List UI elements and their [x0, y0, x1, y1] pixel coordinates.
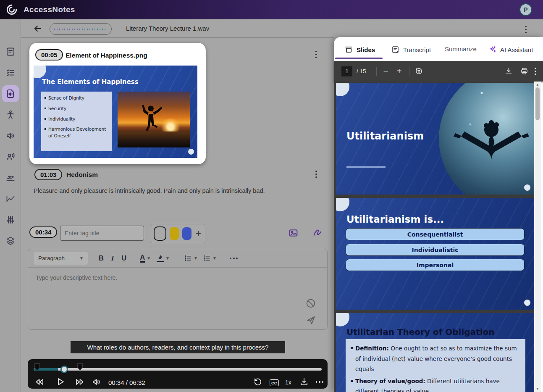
note-timestamp[interactable]: 00:05	[35, 49, 63, 61]
slide3-bullet: Definition: One ought to act so as to ma…	[351, 343, 519, 374]
sidebar-item-audio-file[interactable]	[5, 89, 16, 99]
play-button[interactable]	[55, 376, 66, 387]
seek-bar[interactable]	[34, 368, 322, 371]
insert-image-icon[interactable]	[288, 228, 299, 238]
pdf-viewer[interactable]: Utilitarianism Utilitarianism is... Cons…	[334, 82, 534, 392]
transcript-icon	[391, 45, 400, 54]
page-total: / 15	[357, 68, 366, 74]
pdf-toolbar: / 15 − +	[334, 61, 543, 82]
font-color-button[interactable]: A	[140, 254, 145, 262]
captions-button[interactable]: CC	[270, 378, 279, 386]
print-button[interactable]	[520, 67, 529, 76]
tag-title-input[interactable]	[60, 226, 144, 241]
slide-page-2[interactable]: Utilitarianism is... Consequentialist In…	[336, 198, 534, 310]
chevron-down-icon[interactable]: ▼	[212, 256, 217, 260]
numbered-list-button[interactable]	[203, 254, 211, 262]
download-button[interactable]	[299, 377, 309, 387]
app-logo-icon	[6, 4, 18, 16]
tab-summarize[interactable]: Summarize	[445, 45, 477, 53]
chevron-down-icon[interactable]: ▼	[165, 256, 170, 260]
scroll-down-arrow[interactable]: ▼	[534, 387, 541, 391]
replay-loop-button[interactable]	[253, 377, 263, 387]
fast-forward-button[interactable]	[75, 377, 85, 387]
player-more-button[interactable]	[315, 381, 324, 383]
caption-overlay: What roles do authors, readers, and cont…	[71, 341, 285, 353]
slide-title: The Elements of Happiness	[42, 78, 139, 86]
note-slide-image[interactable]: The Elements of Happiness Sense of Digni…	[34, 66, 197, 158]
italic-button[interactable]: I	[111, 254, 114, 263]
slide-deco-circle	[336, 313, 349, 326]
color-swatch-black-selected[interactable]	[154, 226, 166, 241]
note-title: Element of Happiness.png	[66, 52, 147, 59]
audio-player: 00:34 / 06:32 CC 1x	[28, 359, 328, 389]
note-timestamp[interactable]: 01:03	[34, 169, 62, 180]
sunset-photo	[118, 92, 190, 147]
sidebar-item-checklist[interactable]	[5, 68, 16, 78]
sidebar-item-voice[interactable]	[5, 152, 16, 162]
sidebar-item-equalizer[interactable]	[5, 215, 16, 225]
tab-slides[interactable]: Slides	[344, 45, 375, 54]
slide-bullet: Harmonious Development of Oneself	[45, 126, 108, 139]
slide3-text-box: Definition: One ought to act so as to ma…	[346, 339, 525, 392]
bold-button[interactable]: B	[99, 254, 104, 262]
send-icon[interactable]	[305, 315, 316, 326]
volume-button[interactable]	[92, 377, 102, 387]
zoom-in-button[interactable]: +	[397, 66, 402, 76]
panel-scrollbar[interactable]: ▲ ▼	[534, 82, 541, 392]
bullet-list-button[interactable]	[184, 254, 192, 262]
chevron-down-icon[interactable]: ▼	[147, 256, 151, 260]
zoom-out-button[interactable]: −	[383, 66, 388, 76]
sidebar	[0, 19, 21, 392]
sidebar-item-speaker[interactable]	[5, 131, 16, 141]
paragraph-style-select[interactable]: Paragraph▼	[34, 252, 88, 265]
slide3-title: Utilitarian Theory of Obligation	[346, 327, 495, 337]
color-swatch-blue[interactable]	[182, 227, 191, 240]
sidebar-item-notes[interactable]	[5, 47, 16, 57]
discard-icon[interactable]	[305, 298, 316, 309]
rich-text-editor: Paragraph▼ B I U A ▼ ▼ ▼ ▼	[28, 249, 328, 330]
sidebar-item-accessibility[interactable]	[5, 110, 16, 120]
back-button[interactable]	[33, 24, 43, 34]
slide-deco-dot	[524, 184, 530, 191]
doodle-draw-icon[interactable]	[312, 227, 323, 239]
note-card[interactable]: 00:05 Element of Happiness.png The Eleme…	[29, 43, 206, 164]
underline-button[interactable]: U	[121, 254, 126, 262]
description-textarea[interactable]	[28, 268, 327, 329]
slide3-bullet: Theory of value/good: Different utilitar…	[351, 376, 519, 392]
pdf-more-button[interactable]	[535, 67, 536, 76]
file-title: Literary Theory Lecture 1.wav	[126, 25, 209, 32]
slide-page-1[interactable]: Utilitarianism	[336, 83, 534, 195]
page-number-input[interactable]	[341, 66, 352, 76]
avatar[interactable]: P	[519, 3, 532, 16]
slide-deco-circle	[34, 66, 46, 78]
tag-color-picker: +	[150, 224, 205, 243]
sidebar-item-analytics[interactable]	[5, 194, 16, 204]
playback-speed-button[interactable]: 1x	[285, 379, 291, 386]
ai-sparkle-icon	[488, 45, 497, 54]
note-kebab-menu[interactable]	[315, 170, 317, 179]
waveform-progress-pill[interactable]	[50, 23, 112, 35]
chevron-down-icon[interactable]: ▼	[194, 256, 198, 260]
toolbar-kebab-menu[interactable]	[525, 25, 527, 34]
rewind-button[interactable]	[34, 377, 45, 387]
tab-ai-assistant[interactable]: AI Assistant	[488, 45, 533, 54]
scroll-up-arrow[interactable]: ▲	[534, 83, 541, 87]
tab-transcript[interactable]: Transcript	[391, 45, 431, 54]
color-swatch-yellow[interactable]	[170, 227, 179, 240]
add-color-button[interactable]: +	[196, 229, 201, 238]
tag-timestamp[interactable]: 00:34	[29, 226, 57, 238]
slide-deco-dot	[524, 300, 530, 306]
screen: AccessNotes P Literary Theory	[0, 0, 543, 392]
slide2-box: Individualistic	[346, 244, 525, 256]
sidebar-item-layers[interactable]	[5, 236, 16, 246]
seek-handle[interactable]	[60, 366, 68, 373]
rotate-button[interactable]	[414, 67, 423, 76]
pdf-download-button[interactable]	[504, 67, 513, 76]
highlight-button[interactable]	[157, 254, 164, 262]
editor-more-button[interactable]	[229, 258, 239, 259]
scrollbar-thumb[interactable]	[535, 87, 540, 120]
slide1-title: Utilitarianism	[346, 130, 424, 142]
sidebar-item-share-out[interactable]	[5, 173, 16, 183]
note-kebab-menu[interactable]	[315, 50, 317, 59]
slide-page-3[interactable]: Utilitarian Theory of Obligation Definit…	[336, 313, 534, 392]
